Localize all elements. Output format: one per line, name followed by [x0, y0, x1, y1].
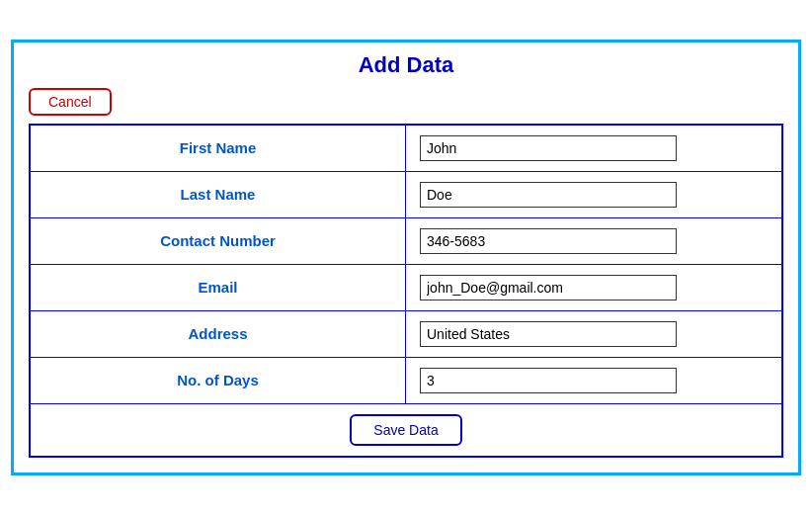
row-address: Address	[31, 311, 781, 358]
row-last-name: Last Name	[31, 172, 781, 218]
label-first-name: First Name	[31, 126, 406, 171]
input-cell-address	[406, 311, 781, 357]
input-email[interactable]	[420, 275, 677, 300]
save-button[interactable]: Save Data	[350, 414, 461, 446]
input-cell-no-of-days	[406, 358, 781, 403]
label-address: Address	[31, 311, 406, 357]
save-row: Save Data	[31, 404, 781, 456]
row-no-of-days: No. of Days	[31, 358, 781, 404]
input-first-name[interactable]	[420, 135, 677, 161]
outer-container: Add Data Cancel First NameLast NameConta…	[11, 40, 801, 475]
input-cell-last-name	[406, 172, 781, 217]
row-first-name: First Name	[31, 126, 781, 172]
label-email: Email	[31, 265, 406, 310]
cancel-row: Cancel	[29, 88, 783, 116]
input-address[interactable]	[420, 321, 677, 347]
cancel-button[interactable]: Cancel	[29, 88, 112, 116]
input-last-name[interactable]	[420, 182, 677, 208]
row-email: Email	[31, 265, 781, 311]
input-no-of-days[interactable]	[420, 368, 677, 393]
input-cell-email	[406, 265, 781, 310]
row-contact-number: Contact Number	[31, 218, 781, 265]
input-cell-first-name	[406, 126, 781, 171]
input-contact-number[interactable]	[420, 228, 677, 254]
label-contact-number: Contact Number	[31, 218, 406, 264]
label-last-name: Last Name	[31, 172, 406, 217]
form-container: First NameLast NameContact NumberEmailAd…	[29, 124, 783, 458]
input-cell-contact-number	[406, 218, 781, 264]
label-no-of-days: No. of Days	[31, 358, 406, 403]
page-title: Add Data	[29, 52, 783, 78]
